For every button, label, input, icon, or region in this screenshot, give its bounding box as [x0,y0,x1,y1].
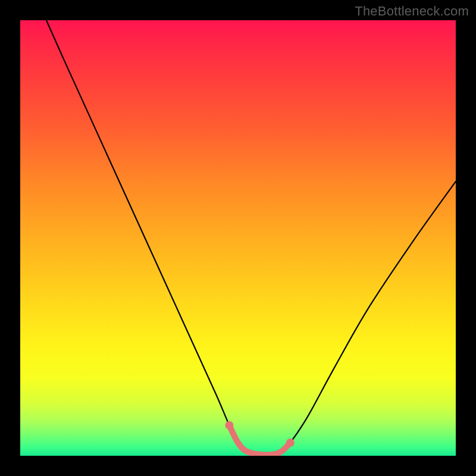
watermark-text: TheBottleneck.com [355,4,469,19]
bottleneck-highlight [229,425,290,455]
highlight-dot [286,439,295,447]
bottleneck-curve-svg [20,20,456,456]
highlight-dot [225,421,233,430]
plot-area [20,20,456,456]
chart-frame: TheBottleneck.com [0,0,476,476]
bottleneck-curve [46,20,456,455]
